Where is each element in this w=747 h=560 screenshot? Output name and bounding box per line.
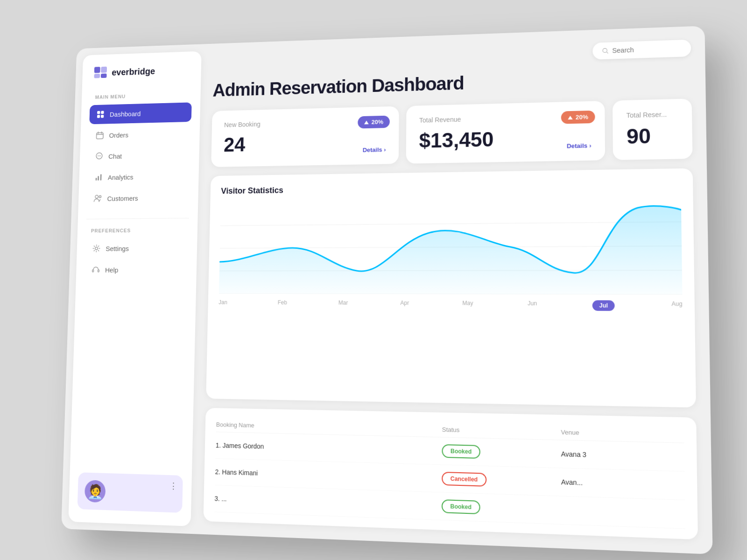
visitor-statistics-chart (219, 198, 683, 295)
sidebar-item-chat-label: Chat (108, 152, 122, 160)
app-name: everbridge (112, 66, 155, 77)
sidebar-item-help-label: Help (105, 266, 119, 273)
total-revenue-details[interactable]: Details › (567, 142, 592, 149)
x-label-jul[interactable]: Jul (592, 300, 615, 311)
booking-name-1: 1. James Gordon (216, 441, 442, 455)
status-badge-3: Booked (442, 499, 561, 517)
sidebar-item-dashboard-label: Dashboard (110, 110, 141, 118)
svg-rect-6 (97, 115, 100, 118)
svg-rect-22 (92, 270, 94, 272)
badge-arrow-up (364, 120, 369, 124)
x-label-aug: Aug (671, 301, 682, 311)
svg-rect-8 (96, 133, 103, 139)
sidebar-item-analytics[interactable]: Analytics (87, 166, 190, 187)
svg-point-20 (99, 196, 101, 198)
new-booking-card: New Booking 20% 24 Details › (211, 106, 399, 167)
active-month-pill: Jul (592, 300, 615, 311)
svg-rect-18 (100, 174, 102, 180)
chat-icon (95, 152, 104, 161)
booking-name-3: 3. ... (214, 495, 442, 510)
sidebar-item-chat[interactable]: Chat (88, 145, 190, 166)
svg-point-19 (95, 195, 99, 198)
search-input[interactable] (612, 44, 681, 54)
total-reservations-label: Total Reser... (627, 110, 678, 119)
chart-svg-wrapper: Jan Feb Mar Apr May Jun Jul Aug (218, 198, 682, 305)
pref-section-label: PREFERENCES (86, 227, 189, 233)
status-badge-1: Booked (442, 444, 561, 461)
user-more-button[interactable]: ⋮ (169, 481, 178, 491)
svg-point-13 (98, 155, 99, 156)
sidebar-divider (86, 218, 189, 219)
svg-point-14 (99, 155, 100, 156)
cancelled-badge: Cancelled (442, 472, 486, 487)
svg-rect-3 (101, 73, 107, 78)
status-badge-2: Cancelled (442, 472, 561, 489)
sidebar-item-orders-label: Orders (109, 131, 128, 139)
booked-badge: Booked (442, 444, 480, 459)
table-card: Booking Name Status Venue 1. James Gordo… (203, 408, 698, 539)
total-reservations-card: Total Reser... 90 (613, 98, 693, 160)
sidebar-item-dashboard[interactable]: Dashboard (89, 102, 191, 124)
chart-x-labels: Jan Feb Mar Apr May Jun Jul Aug (218, 295, 683, 311)
svg-rect-4 (97, 111, 100, 114)
user-card: 🧑‍💼 ⋮ (78, 472, 183, 513)
x-label-may: May (462, 300, 473, 310)
sidebar: everbridge MAIN MENU Dashboard (68, 51, 201, 526)
sidebar-item-customers[interactable]: Customers (87, 188, 190, 209)
main-content: Admin Reservation Dashboard New Booking … (197, 26, 712, 554)
avatar: 🧑‍💼 (85, 480, 106, 503)
menu-section-label: MAIN MENU (90, 92, 192, 100)
calendar-icon (96, 131, 105, 140)
total-revenue-card: Total Revenue 20% $13,450 Details › (406, 101, 606, 164)
x-label-apr: Apr (400, 300, 409, 310)
gear-icon (92, 244, 101, 253)
chart-card: Visitor Statistics (206, 168, 696, 408)
svg-rect-2 (94, 74, 100, 78)
svg-rect-7 (101, 115, 104, 118)
new-booking-badge: 20% (358, 116, 390, 129)
svg-point-21 (95, 247, 98, 250)
col-status: Status (442, 426, 561, 436)
x-label-jan: Jan (218, 299, 227, 309)
svg-line-25 (606, 52, 608, 53)
svg-line-26 (220, 222, 681, 225)
venue-3 (561, 510, 685, 514)
grid-icon (96, 110, 105, 119)
col-venue: Venue (561, 428, 684, 439)
revenue-badge-arrow (568, 115, 572, 119)
total-revenue-badge-value: 20% (576, 113, 588, 121)
svg-rect-5 (101, 111, 104, 114)
sidebar-item-settings[interactable]: Settings (85, 238, 189, 258)
headphone-icon (92, 266, 100, 274)
col-booking-name: Booking Name (216, 421, 442, 433)
x-label-feb: Feb (278, 299, 287, 309)
svg-rect-23 (98, 270, 99, 272)
x-label-jun: Jun (528, 300, 537, 311)
svg-rect-0 (94, 67, 100, 73)
new-booking-details[interactable]: Details › (363, 146, 386, 154)
sidebar-item-help[interactable]: Help (85, 259, 188, 280)
logo-icon (94, 67, 107, 79)
new-booking-value: 24 (224, 130, 386, 156)
sidebar-item-analytics-label: Analytics (108, 173, 134, 181)
total-revenue-value: $13,450 (419, 126, 592, 152)
booked-badge-3: Booked (442, 499, 480, 514)
logo-area: everbridge (91, 64, 192, 79)
svg-rect-16 (96, 178, 97, 181)
search-box[interactable] (592, 40, 691, 60)
booking-name-2: 2. Hans Kimani (215, 468, 442, 483)
users-icon (93, 194, 102, 203)
venue-2: Avan... (561, 478, 685, 490)
svg-point-15 (100, 155, 101, 156)
new-booking-badge-value: 20% (371, 119, 383, 126)
top-bar (213, 40, 691, 72)
svg-rect-1 (101, 67, 107, 73)
sidebar-item-settings-label: Settings (106, 245, 129, 252)
total-revenue-badge: 20% (561, 111, 595, 124)
stats-row: New Booking 20% 24 Details › Total Reven… (211, 98, 692, 167)
total-reservations-value: 90 (627, 124, 678, 148)
search-icon (602, 48, 608, 54)
sidebar-item-orders[interactable]: Orders (89, 124, 191, 145)
sidebar-bottom: 🧑‍💼 ⋮ (78, 472, 183, 513)
sidebar-item-customers-label: Customers (107, 194, 138, 202)
